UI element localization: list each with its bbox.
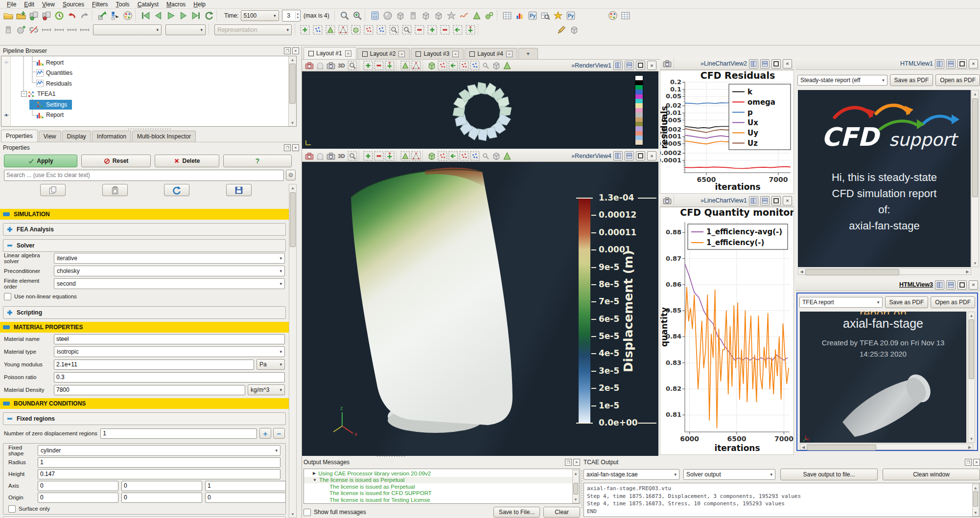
htmlview1-report[interactable]: CFDsupportHi, this is steady-stateCFD si…: [798, 90, 971, 267]
point-gaussian-icon[interactable]: [483, 10, 496, 22]
group-scripting[interactable]: Scripting: [3, 306, 286, 319]
previous-frame-icon[interactable]: [152, 10, 164, 22]
remove-annotation-icon[interactable]: [373, 60, 384, 71]
select-finite-element-order[interactable]: second▾: [54, 278, 285, 289]
add-layout-tab[interactable]: +: [518, 48, 538, 59]
reset-camera-icon[interactable]: [400, 150, 411, 162]
renderview4-split-vertical-icon[interactable]: [625, 151, 634, 160]
input-origin-1[interactable]: [121, 493, 202, 503]
linechartview1-close-icon[interactable]: ×: [783, 196, 792, 205]
htmlview1-split-vertical-icon[interactable]: [946, 59, 956, 68]
favorites-icon[interactable]: [552, 10, 564, 22]
htmlview3-save-pdf-button[interactable]: Save as PDF: [885, 296, 929, 308]
show-full-messages-checkbox[interactable]: [303, 509, 311, 516]
scatter-view-icon[interactable]: [459, 60, 469, 71]
htmlview3-split-horizontal-icon[interactable]: [935, 280, 944, 290]
remove-region-button[interactable]: −: [273, 428, 285, 439]
renderview4-split-horizontal-icon[interactable]: [613, 151, 623, 160]
close-tab-icon[interactable]: ×: [506, 51, 513, 57]
tcae-case-select[interactable]: axial-fan-stage.tcae▾: [583, 469, 679, 480]
checkbox-surface-only[interactable]: [8, 505, 16, 513]
color-palette-icon[interactable]: [121, 10, 134, 22]
htmlview1-open-pdf-button[interactable]: Open as PDF: [935, 74, 980, 86]
pipeline-item-report-2[interactable]: Report: [1, 110, 296, 120]
group-fixed-regions[interactable]: Fixed regions: [3, 412, 286, 425]
add-annotation-icon[interactable]: [363, 150, 373, 162]
menu-view[interactable]: View: [38, 0, 59, 8]
capture-chart-icon[interactable]: [662, 195, 673, 206]
renderview1-split-horizontal-icon[interactable]: [613, 61, 623, 70]
message-row[interactable]: ▶Using CAE Processor library version 20.…: [304, 470, 580, 477]
export-scene-icon[interactable]: [304, 60, 315, 71]
contour-icon[interactable]: [381, 10, 394, 22]
menu-tools[interactable]: Tools: [112, 0, 134, 8]
messages-list[interactable]: ▶Using CAE Processor library version 20.…: [303, 469, 580, 504]
select-block-icon[interactable]: [350, 24, 362, 36]
linechartview2-close-icon[interactable]: ×: [783, 59, 792, 68]
input-axis-1[interactable]: [121, 481, 202, 491]
htmlview3-hscrollbar[interactable]: ◀▶: [800, 444, 973, 450]
frame-spinner-arrows[interactable]: ▴▾: [295, 12, 301, 20]
interactive-select-points-icon[interactable]: [375, 24, 388, 36]
htmlview3-split-vertical-icon[interactable]: [946, 280, 956, 290]
zoom-box-icon[interactable]: [347, 60, 358, 71]
htmlview3-vscrollbar[interactable]: ▲▼: [968, 312, 975, 443]
htmlview3-open-pdf-button[interactable]: Open as PDF: [931, 296, 975, 308]
reset-button[interactable]: Reset: [81, 155, 151, 167]
surface-representation-icon[interactable]: [426, 60, 437, 71]
delete-button[interactable]: Delete: [155, 155, 219, 167]
camera-link-icon[interactable]: [411, 150, 421, 162]
select-cells-polygon-icon[interactable]: [324, 24, 337, 36]
next-frame-icon[interactable]: [177, 10, 190, 22]
pipeline-item-residuals[interactable]: Residuals: [1, 78, 296, 89]
splitter-handle[interactable]: [376, 455, 405, 457]
expanded-arrow-icon[interactable]: ▼: [313, 478, 317, 482]
tab-properties[interactable]: Properties: [1, 130, 38, 142]
select-points-icon[interactable]: [469, 60, 480, 71]
reset-camera-icon[interactable]: [400, 60, 411, 71]
menu-macros[interactable]: Macros: [163, 0, 189, 8]
visibility-eye-icon[interactable]: [2, 113, 10, 118]
export-scene-icon[interactable]: [304, 150, 315, 162]
probe-icon[interactable]: [480, 150, 491, 162]
float-panel-icon[interactable]: ❐: [565, 459, 572, 466]
renderview1-split-vertical-icon[interactable]: [625, 61, 634, 70]
input-origin-0[interactable]: [38, 493, 118, 503]
message-row[interactable]: The license is issued as Perpetual: [304, 483, 580, 490]
input-young-modulus[interactable]: [54, 360, 254, 370]
tab-information[interactable]: Information: [92, 131, 131, 142]
htmlview1-close-icon[interactable]: ×: [969, 59, 978, 68]
sphere-source-icon[interactable]: [15, 24, 27, 36]
htmlview1-save-pdf-button[interactable]: Save as PDF: [890, 74, 933, 86]
spreadsheet-icon[interactable]: [501, 10, 513, 22]
paste-properties-button[interactable]: [102, 184, 128, 196]
layout-tab-1[interactable]: Layout #1×: [303, 47, 356, 59]
htmlview3-maximize-icon[interactable]: [957, 280, 967, 290]
probe-icon[interactable]: [480, 60, 491, 71]
float-panel-icon[interactable]: ❐: [284, 47, 291, 54]
ruler-icon[interactable]: [40, 24, 53, 36]
component-dropdown[interactable]: ▾: [165, 24, 206, 35]
input-number-of-regions[interactable]: [100, 428, 257, 439]
collapsed-arrow-icon[interactable]: ▶: [313, 471, 316, 475]
renderview4-viewport[interactable]: zx1.3e-040.000120.000110.00019e-58e-57e-…: [302, 162, 658, 456]
menu-catalyst[interactable]: Catalyst: [134, 0, 163, 8]
interactive-select-cells-icon[interactable]: [362, 24, 375, 36]
close-panel-icon[interactable]: ×: [573, 459, 580, 466]
htmlview3-close-icon[interactable]: ×: [969, 280, 978, 290]
find-data-icon[interactable]: [539, 10, 552, 22]
input-material-name[interactable]: [54, 334, 285, 344]
save-data-icon[interactable]: [15, 10, 27, 22]
pipeline-item-tfea1[interactable]: −TFEA1: [1, 89, 296, 99]
back-view-icon[interactable]: [448, 150, 459, 162]
residuals-chart[interactable]: 0.20.10.050.020.010.0050.0020.0010.00050…: [660, 70, 794, 194]
input-material-density[interactable]: [54, 385, 245, 395]
htmlview1-report-select[interactable]: Steady-state report (eff▾: [797, 75, 887, 86]
close-panel-icon[interactable]: ×: [292, 144, 299, 151]
break-link-icon[interactable]: [27, 24, 40, 36]
scatter-view-icon[interactable]: [459, 150, 469, 162]
close-panel-icon[interactable]: ×: [973, 459, 980, 466]
close-panel-icon[interactable]: ×: [292, 47, 299, 54]
menu-filters[interactable]: Filters: [88, 0, 112, 8]
scale-annotation-icon[interactable]: [384, 60, 395, 71]
